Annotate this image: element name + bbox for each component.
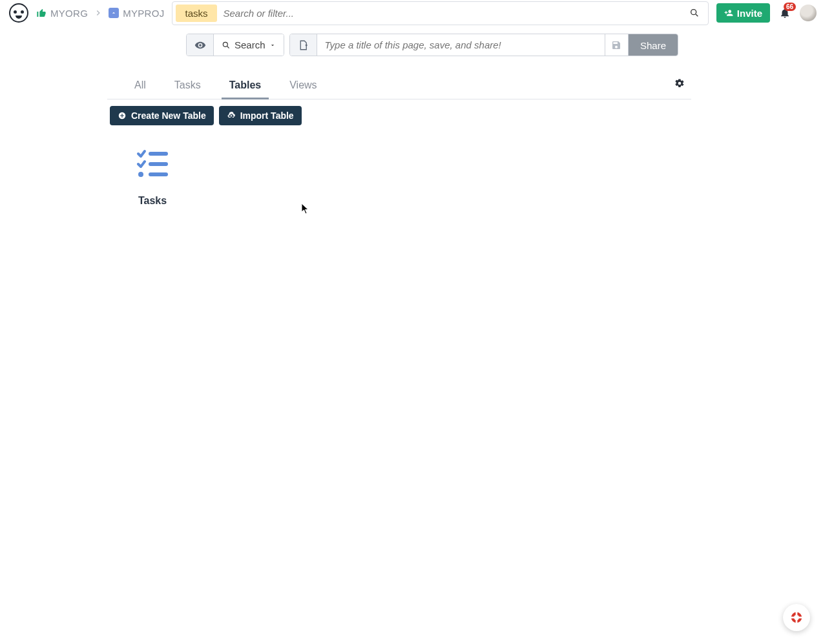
logo-icon[interactable] xyxy=(9,3,28,23)
search-icon xyxy=(222,41,231,50)
project-icon xyxy=(109,8,119,18)
breadcrumb-project[interactable]: MYPROJ xyxy=(109,8,164,19)
svg-rect-13 xyxy=(796,620,798,624)
tab-tasks[interactable]: Tasks xyxy=(160,73,215,99)
chevron-right-icon xyxy=(93,8,103,18)
tabs-settings-button[interactable] xyxy=(674,78,685,91)
notifications-button[interactable]: 66 xyxy=(778,5,792,21)
search-icon[interactable] xyxy=(685,8,704,18)
eye-icon xyxy=(194,39,206,51)
page-bookmark-button[interactable] xyxy=(290,34,317,56)
page-toolbar: Search Share xyxy=(186,34,678,56)
save-icon xyxy=(611,40,621,50)
create-table-button[interactable]: Create New Table xyxy=(110,106,214,125)
svg-point-0 xyxy=(691,10,696,15)
svg-rect-15 xyxy=(799,617,803,619)
breadcrumb-project-label: MYPROJ xyxy=(123,8,164,19)
tasks-list-icon xyxy=(136,149,169,178)
create-table-label: Create New Table xyxy=(131,110,206,121)
invite-label: Invite xyxy=(737,8,762,19)
lifebuoy-icon xyxy=(789,610,804,625)
caret-down-icon xyxy=(269,42,276,48)
import-table-button[interactable]: Import Table xyxy=(219,106,302,125)
save-page-button[interactable] xyxy=(605,34,628,56)
import-table-label: Import Table xyxy=(240,110,294,121)
svg-point-2 xyxy=(223,42,227,47)
svg-rect-14 xyxy=(791,617,795,619)
avatar[interactable] xyxy=(800,5,817,21)
tab-tables[interactable]: Tables xyxy=(215,73,276,99)
tab-all[interactable]: All xyxy=(120,73,160,99)
cloud-upload-icon xyxy=(227,111,236,120)
breadcrumb-org[interactable]: MYORG xyxy=(36,8,88,19)
table-card-tasks[interactable]: Tasks xyxy=(110,142,195,216)
svg-rect-8 xyxy=(149,172,168,176)
svg-line-3 xyxy=(227,46,229,48)
svg-rect-12 xyxy=(796,612,798,616)
page-plus-icon xyxy=(297,39,309,51)
tabs: All Tasks Tables Views xyxy=(107,73,691,99)
table-actions: Create New Table Import Table xyxy=(110,106,823,125)
share-button[interactable]: Share xyxy=(628,34,678,56)
invite-button[interactable]: Invite xyxy=(716,3,770,23)
user-plus-icon xyxy=(724,8,733,17)
search-input[interactable] xyxy=(224,8,678,19)
search-dropdown[interactable]: Search xyxy=(214,34,284,56)
page-title-input[interactable] xyxy=(317,34,605,56)
page-title-group: Share xyxy=(289,34,678,56)
breadcrumb-org-label: MYORG xyxy=(50,8,88,19)
help-widget[interactable] xyxy=(783,604,810,631)
svg-line-1 xyxy=(696,14,698,16)
notification-badge: 66 xyxy=(784,3,796,11)
tab-views[interactable]: Views xyxy=(275,73,331,99)
visibility-button[interactable] xyxy=(187,34,214,56)
plus-circle-icon xyxy=(118,111,127,120)
table-card-title: Tasks xyxy=(110,195,195,207)
global-search[interactable]: tasks xyxy=(172,1,708,25)
view-search-group: Search xyxy=(186,34,284,56)
table-cards: Tasks xyxy=(110,142,823,216)
gear-icon xyxy=(674,78,685,88)
svg-point-7 xyxy=(138,172,143,177)
breadcrumb: MYORG MYPROJ xyxy=(36,8,164,19)
svg-point-11 xyxy=(794,615,799,620)
search-tag[interactable]: tasks xyxy=(176,5,216,22)
thumbs-up-icon xyxy=(36,8,47,18)
top-bar: MYORG MYPROJ tasks Invite 66 xyxy=(0,0,823,26)
svg-rect-6 xyxy=(149,162,168,166)
search-dropdown-label: Search xyxy=(234,39,266,50)
svg-rect-5 xyxy=(149,152,168,156)
